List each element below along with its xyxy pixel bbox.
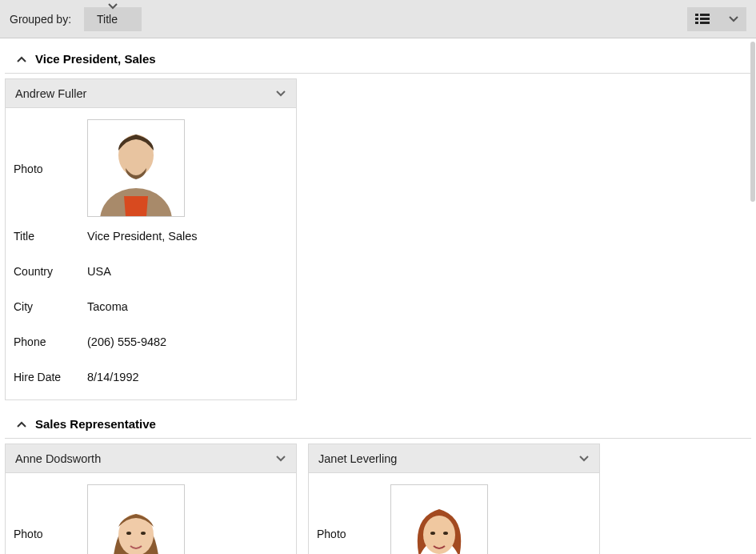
card-row-photo: Photo (14, 114, 288, 219)
card-row: Title Vice President, Sales (14, 219, 288, 254)
group-title: Vice President, Sales (35, 52, 156, 66)
field-value: Vice President, Sales (87, 230, 198, 243)
photo-frame (390, 484, 488, 554)
scrollbar-thumb[interactable] (750, 42, 755, 202)
group-title: Sales Representative (35, 417, 156, 431)
card-row: Hire Date 8/14/1992 (14, 359, 288, 395)
photo-frame (87, 484, 185, 554)
scrollbar[interactable] (748, 38, 756, 554)
content-area: Vice President, Sales Andrew Fuller Phot… (0, 38, 756, 554)
field-label: Title (14, 230, 87, 243)
svg-rect-3 (700, 18, 710, 20)
field-label: Photo (317, 528, 390, 540)
card-body: Photo (6, 473, 296, 554)
field-label: City (14, 300, 87, 313)
group-header[interactable]: Vice President, Sales (5, 43, 751, 74)
photo-frame (87, 119, 185, 217)
chevron-up-icon (16, 55, 27, 63)
card-row: Phone (206) 555-9482 (14, 324, 288, 359)
person-photo (92, 485, 180, 554)
field-label: Photo (14, 528, 87, 540)
view-mode-button[interactable] (687, 7, 746, 31)
card-body: Photo (309, 473, 599, 554)
card-body: Photo Title Vice Preside (6, 108, 296, 399)
field-label: Country (14, 265, 87, 278)
svg-rect-1 (700, 14, 710, 16)
field-label: Photo (14, 163, 87, 175)
field-value: Tacoma (87, 300, 128, 313)
svg-point-11 (126, 532, 131, 535)
group-header[interactable]: Sales Representative (5, 408, 751, 439)
person-photo (92, 120, 180, 216)
card-row: Country USA (14, 254, 288, 289)
field-value: USA (87, 265, 111, 278)
card-row-photo: Photo (317, 480, 591, 554)
chevron-down-icon (275, 455, 286, 463)
field-label: Phone (14, 335, 87, 348)
list-icon (695, 14, 710, 25)
svg-point-16 (430, 532, 435, 535)
svg-rect-0 (695, 14, 698, 16)
group-field-chip[interactable]: Title (84, 7, 142, 31)
card-name: Janet Leverling (318, 452, 397, 465)
chevron-up-icon (16, 420, 27, 428)
employee-card: Andrew Fuller Photo (5, 78, 297, 400)
card-name: Andrew Fuller (15, 87, 86, 100)
chevron-down-icon (275, 90, 286, 98)
card-header[interactable]: Anne Dodsworth (6, 444, 296, 473)
chevron-down-icon (107, 2, 118, 10)
card-header[interactable]: Andrew Fuller (6, 79, 296, 108)
card-row-photo: Photo (14, 480, 288, 554)
svg-point-17 (443, 532, 448, 535)
cards-row: Andrew Fuller Photo (5, 78, 751, 407)
svg-point-12 (141, 532, 146, 535)
employee-card: Anne Dodsworth Photo (5, 444, 297, 554)
cards-row: Anne Dodsworth Photo (5, 444, 751, 554)
person-photo (395, 485, 483, 554)
toolbar: Grouped by: Title (0, 0, 756, 38)
svg-rect-2 (695, 18, 698, 20)
chevron-down-icon (729, 16, 738, 22)
field-label: Hire Date (14, 371, 87, 383)
svg-rect-4 (695, 22, 698, 24)
card-header[interactable]: Janet Leverling (309, 444, 599, 473)
chevron-down-icon (578, 455, 590, 463)
card-row: City Tacoma (14, 289, 288, 324)
grouped-by-label: Grouped by: (10, 13, 84, 26)
field-value: (206) 555-9482 (87, 335, 166, 348)
field-value: 8/14/1992 (87, 371, 139, 383)
svg-rect-5 (700, 22, 710, 24)
group-field-label: Title (97, 13, 118, 26)
card-name: Anne Dodsworth (15, 452, 101, 465)
employee-card: Janet Leverling Photo (308, 444, 600, 554)
